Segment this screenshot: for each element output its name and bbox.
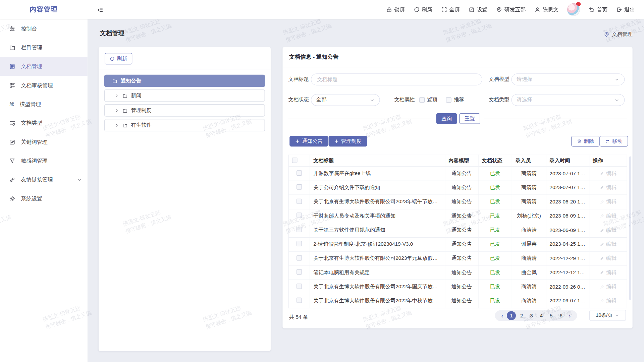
tree-node[interactable]: 新闻 [104, 89, 265, 102]
chevron-down-icon [614, 98, 620, 103]
next-page-button[interactable]: › [566, 310, 573, 321]
header-action-logout[interactable]: 退出 [616, 6, 635, 13]
doc-title-cell[interactable]: 关于第三方软件使用规范的通知 [310, 223, 445, 237]
row-checkbox[interactable] [297, 284, 302, 289]
doc-title-cell[interactable]: 关于公司介绍文件下载的通知 [310, 181, 445, 195]
audit-icon [9, 82, 16, 89]
logout-icon [616, 7, 622, 13]
search-button[interactable]: 查询 [436, 113, 457, 124]
tree-node[interactable]: 有生软件 [104, 119, 265, 131]
select-all-checkbox[interactable] [292, 158, 298, 163]
tree-node[interactable]: 通知公告 [104, 75, 265, 87]
add-notice-button[interactable]: 通知公告 [289, 136, 328, 146]
sidebar-item-document-mgmt[interactable]: 文档管理 [0, 57, 88, 76]
tree-node[interactable]: 管理制度 [104, 104, 265, 117]
edit-button[interactable]: 编辑 [600, 283, 616, 290]
doc-status-select[interactable]: 全部 [311, 94, 380, 106]
doc-title-label: 文档标题 [288, 73, 309, 85]
document-panel-title: 文档信息 - 通知公告 [282, 47, 632, 67]
header-action-department[interactable]: 研发五部 [496, 6, 526, 13]
header-action-label: 退出 [624, 6, 635, 13]
doc-type-select[interactable]: 请选择 [511, 94, 625, 106]
menu-fold-icon[interactable] [97, 6, 104, 13]
back-icon [589, 7, 595, 13]
doc-title-cell[interactable]: 笔记本电脑租用有关规定 [310, 265, 445, 280]
sidebar-item-keyword-mgmt[interactable]: 关键词管理 [0, 133, 88, 152]
category-panel: 刷新 通知公告新闻管理制度有生软件 [99, 47, 271, 351]
row-checkbox[interactable] [297, 255, 302, 260]
header-action-settings[interactable]: 设置 [469, 6, 487, 13]
prev-page-button[interactable]: ‹ [499, 310, 506, 321]
row-checkbox[interactable] [297, 269, 302, 275]
pencil-icon [600, 228, 605, 233]
sidebar-item-sensitive-word-mgmt[interactable]: 敏感词管理 [0, 152, 88, 170]
edit-button[interactable]: 编辑 [600, 227, 616, 234]
move-button[interactable]: 移动 [600, 136, 628, 146]
edit-button[interactable]: 编辑 [600, 184, 616, 191]
page-button[interactable]: 2 [517, 310, 526, 321]
doc-title-cell[interactable]: 于财务部人员变动及相关事项的通知 [310, 209, 445, 223]
chevron-right-icon [115, 123, 119, 127]
row-checkbox[interactable] [297, 227, 302, 232]
edit-button[interactable]: 编辑 [600, 170, 616, 177]
page-button[interactable]: 5 [546, 310, 556, 321]
category-tree: 通知公告新闻管理制度有生软件 [104, 75, 265, 134]
plus-icon [295, 139, 300, 144]
table-row: 关于第三方软件使用规范的通知通知公告已发商清清2023-06-09 16:35编… [288, 223, 627, 237]
doc-model-select[interactable]: 请选择 [511, 73, 625, 85]
sidebar-item-model-mgmt[interactable]: ⌘模型管理 [0, 95, 88, 114]
sidebar-item-console[interactable]: 控制台 [0, 19, 88, 38]
keyword-icon [9, 139, 16, 145]
doc-title-cell[interactable]: 开源数字底座在gitee上线 [310, 167, 445, 181]
edit-button[interactable]: 编辑 [600, 255, 616, 262]
sidebar-item-column-mgmt[interactable]: 栏目管理 [0, 38, 88, 57]
attr-top-checkbox[interactable]: 置顶 [419, 94, 437, 106]
header-action-refresh[interactable]: 刷新 [414, 6, 432, 13]
edit-button[interactable]: 编辑 [600, 269, 616, 276]
header-action-fullscreen[interactable]: 全屏 [441, 6, 460, 13]
reset-button[interactable]: 重置 [459, 113, 480, 124]
sidebar-item-doc-type[interactable]: 文档类型 [0, 114, 88, 132]
reset-button-label: 重置 [465, 115, 475, 122]
sidebar-item-system-settings[interactable]: 系统设置 [0, 189, 88, 208]
sidebar-item-doc-audit-mgmt[interactable]: 文档审核管理 [0, 76, 88, 95]
doc-title-input[interactable] [316, 76, 477, 83]
page-button[interactable]: 3 [527, 310, 536, 321]
page-size-select[interactable]: 10条/页 [589, 310, 626, 321]
doc-title-cell[interactable]: 关于北京有生博大软件股份有限公司2023年端午节放假安... [310, 195, 445, 209]
doc-status-value: 全部 [316, 97, 370, 104]
edit-label: 编辑 [606, 184, 616, 191]
edit-button[interactable]: 编辑 [600, 198, 616, 205]
row-checkbox[interactable] [297, 241, 302, 246]
user-avatar[interactable] [567, 3, 580, 16]
row-checkbox[interactable] [297, 298, 302, 303]
table-row: 2-请销假管理制度-北京-修订20230419-V3.0通知公告已发谢晨芸202… [288, 237, 627, 251]
edit-button[interactable]: 编辑 [600, 297, 616, 304]
delete-button[interactable]: 删除 [571, 136, 599, 146]
row-checkbox[interactable] [297, 184, 302, 190]
tree-node-label: 新闻 [131, 92, 142, 99]
page-button[interactable]: 4 [536, 310, 546, 321]
doc-title-cell[interactable]: 关于北京有生博大软件股份有限公司2022年中秋节放假安... [310, 294, 445, 308]
table-row: 关于公司介绍文件下载的通知通知公告已发商清清2023-07-07 14:05编辑 [288, 181, 627, 195]
tree-refresh-button[interactable]: 刷新 [105, 53, 132, 64]
row-checkbox[interactable] [297, 198, 302, 204]
sidebar-item-friend-link-mgmt[interactable]: 友情链接管理 [0, 170, 88, 189]
page-button[interactable]: 1 [507, 311, 516, 320]
doc-title-cell[interactable]: 2-请销假管理制度-北京-修订20230419-V3.0 [310, 237, 445, 251]
doc-title-cell[interactable]: 关于北京有生博大软件股份有限公司2023年元旦放假安排... [310, 251, 445, 265]
row-checkbox[interactable] [297, 213, 302, 218]
page-button[interactable]: 6 [556, 310, 566, 321]
row-checkbox[interactable] [297, 170, 302, 176]
header-action-lock-screen[interactable]: 锁屏 [386, 6, 405, 13]
attr-recommend-checkbox[interactable]: 推荐 [446, 94, 464, 106]
header-action-username[interactable]: 陈思文 [534, 6, 558, 13]
table-scrollbar[interactable] [629, 157, 631, 300]
header-action-home[interactable]: 首页 [589, 6, 607, 13]
edit-button[interactable]: 编辑 [600, 213, 616, 220]
add-rule-button[interactable]: 管理制度 [329, 136, 367, 146]
doc-operator-cell: 刘杨(北京) [512, 209, 546, 223]
chevron-down-icon [615, 313, 619, 317]
edit-button[interactable]: 编辑 [600, 241, 616, 248]
doc-title-cell[interactable]: 关于北京有生博大软件股份有限公司2022年国庆节放假安... [310, 280, 445, 294]
